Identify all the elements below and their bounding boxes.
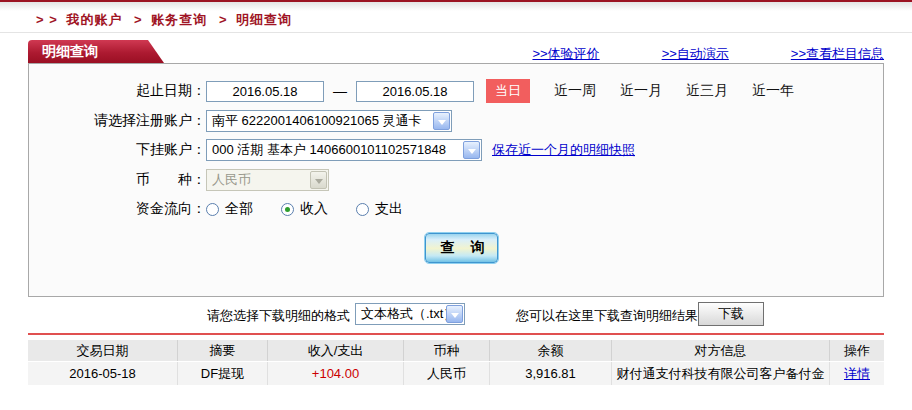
date-from-input[interactable] [206, 81, 324, 102]
cell-balance: 3,916.81 [489, 362, 611, 385]
breadcrumb: > > 我的账户 > 账务查询 > 明细查询 [36, 11, 296, 29]
header-links: >>体验评价 >>自动演示 >>查看栏目信息 [532, 45, 884, 63]
transactions-table: 交易日期 摘要 收入/支出 币种 余额 对方信息 操作 2016-05-18 D… [28, 339, 884, 386]
cell-date: 2016-05-18 [28, 362, 177, 385]
date-dash: — [333, 83, 347, 99]
flow-radio-income[interactable]: 收入 [281, 200, 328, 218]
auto-demo-link[interactable]: >>自动演示 [662, 45, 729, 63]
breadcrumb-item-my-account[interactable]: 我的账户 [66, 12, 122, 27]
quick-range-month[interactable]: 近一月 [620, 82, 662, 100]
detail-query-page: > > 我的账户 > 账务查询 > 明细查询 明细查询 >>体验评价 >>自动演… [0, 0, 912, 410]
registered-account-select[interactable]: 南平 6222001406100921065 灵通卡 [206, 110, 452, 132]
section-title-tab: 明细查询 [28, 40, 164, 63]
table-header-row: 交易日期 摘要 收入/支出 币种 余额 对方信息 操作 [28, 340, 884, 361]
save-snapshot-link[interactable]: 保存近一个月的明细快照 [492, 141, 635, 159]
table-top-divider [28, 333, 884, 335]
experience-rating-link[interactable]: >>体验评价 [532, 45, 599, 63]
registered-account-value: 南平 6222001406100921065 灵通卡 [212, 113, 422, 128]
flow-radio-income-label: 收入 [300, 200, 328, 218]
radio-icon [206, 203, 219, 216]
query-form-panel: 起止日期： — 当日 近一周 近一月 近三月 近一年 请选择注册账户： 南平 6… [28, 63, 884, 297]
registered-account-label: 请选择注册账户： [29, 112, 206, 130]
download-format-select[interactable]: 文本格式（.txt） [355, 303, 465, 325]
col-header-amount: 收入/支出 [267, 340, 403, 361]
download-hint: 您可以在这里下载查询明细结果 [516, 307, 698, 325]
sub-account-label: 下挂账户： [29, 141, 206, 159]
cell-summary: DF提现 [177, 362, 267, 385]
fund-flow-row: 资金流向： 全部 收入 支出 [29, 197, 883, 221]
flow-radio-expense-label: 支出 [375, 200, 403, 218]
breadcrumb-separator: > [134, 12, 143, 27]
currency-select-disabled: 人民币 [206, 169, 329, 191]
date-range-label: 起止日期： [29, 82, 206, 100]
download-button[interactable]: 下载 [698, 302, 764, 326]
table-row: 2016-05-18 DF提现 +104.00 人民币 3,916.81 财付通… [28, 362, 884, 385]
col-header-balance: 余额 [489, 340, 611, 361]
breadcrumb-item-account-query[interactable]: 账务查询 [151, 12, 207, 27]
currency-label: 币 种： [29, 171, 206, 189]
col-header-date: 交易日期 [28, 340, 177, 361]
query-button[interactable]: 查 询 [425, 233, 498, 263]
quick-range-year[interactable]: 近一年 [752, 82, 794, 100]
download-format-value: 文本格式（.txt） [361, 306, 456, 321]
cell-amount: +104.00 [267, 362, 403, 385]
radio-icon [281, 203, 294, 216]
top-shadow [0, 2, 912, 11]
sub-account-select[interactable]: 000 活期 基本户 1406600101102571848 [206, 139, 482, 161]
today-badge[interactable]: 当日 [486, 79, 530, 103]
quick-range-quarter[interactable]: 近三月 [686, 82, 728, 100]
flow-radio-all[interactable]: 全部 [206, 200, 253, 218]
column-info-link[interactable]: >>查看栏目信息 [791, 45, 884, 63]
currency-value: 人民币 [212, 172, 251, 187]
fund-flow-options: 全部 收入 支出 [206, 200, 431, 218]
breadcrumb-separator: > [219, 12, 228, 27]
date-range-row: 起止日期： — 当日 近一周 近一月 近三月 近一年 [29, 79, 883, 103]
breadcrumb-arrows: > > [36, 12, 58, 27]
radio-icon [356, 203, 369, 216]
cell-action: 详情 [829, 362, 884, 385]
cell-currency: 人民币 [403, 362, 489, 385]
quick-range-week[interactable]: 近一周 [554, 82, 596, 100]
col-header-currency: 币种 [403, 340, 489, 361]
sub-account-row: 下挂账户： 000 活期 基本户 1406600101102571848 保存近… [29, 138, 883, 162]
cell-counterparty: 财付通支付科技有限公司客户备付金 [611, 362, 829, 385]
detail-link[interactable]: 详情 [844, 366, 870, 381]
breadcrumb-item-detail-query: 明细查询 [236, 12, 292, 27]
flow-radio-all-label: 全部 [225, 200, 253, 218]
col-header-action: 操作 [829, 340, 884, 361]
dropdown-arrow-icon [446, 305, 463, 323]
fund-flow-label: 资金流向： [29, 200, 206, 218]
col-header-summary: 摘要 [177, 340, 267, 361]
date-to-input[interactable] [356, 81, 474, 102]
col-header-counterparty: 对方信息 [611, 340, 829, 361]
registered-account-row: 请选择注册账户： 南平 6222001406100921065 灵通卡 [29, 109, 883, 133]
dropdown-arrow-icon [310, 171, 327, 189]
dropdown-arrow-icon [463, 141, 480, 159]
sub-account-value: 000 活期 基本户 1406600101102571848 [212, 142, 446, 157]
download-format-label: 请您选择下载明细的格式 [182, 307, 350, 325]
breadcrumb-divider [0, 32, 912, 33]
flow-radio-expense[interactable]: 支出 [356, 200, 403, 218]
dropdown-arrow-icon [433, 112, 450, 130]
currency-row: 币 种： 人民币 [29, 168, 883, 192]
